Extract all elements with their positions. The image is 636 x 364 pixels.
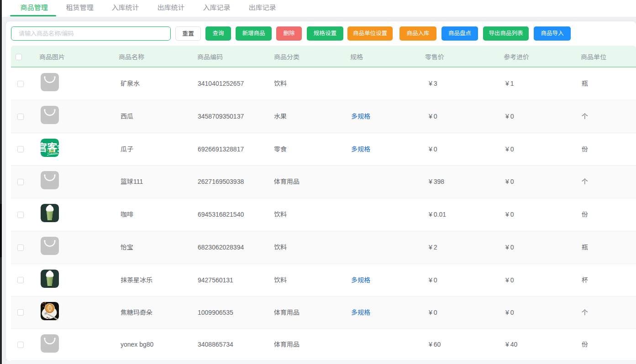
svg-text:4 5 6 5 9 3: 4 5 6 5 9 3 <box>47 152 58 155</box>
